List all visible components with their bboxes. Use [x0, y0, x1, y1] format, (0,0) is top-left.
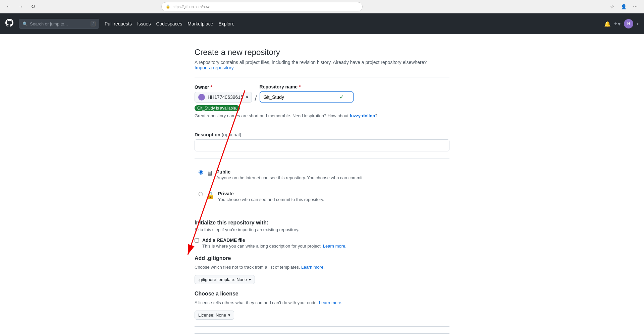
- owner-avatar: [198, 94, 205, 100]
- nav-marketplace[interactable]: Marketplace: [187, 21, 213, 26]
- public-option: 🖥 Public Anyone on the internet can see …: [195, 165, 449, 184]
- readme-content: Add a README file This is where you can …: [202, 238, 449, 249]
- license-title: Choose a license: [195, 291, 449, 297]
- nav-explore[interactable]: Explore: [219, 21, 234, 26]
- owner-required: *: [210, 84, 212, 90]
- subtitle-text: A repository contains all project files,…: [195, 60, 427, 65]
- search-placeholder: Search or jump to...: [30, 21, 68, 26]
- license-dropdown-label: License: None: [198, 313, 226, 318]
- readme-learn-more[interactable]: Learn more.: [323, 244, 346, 249]
- init-section: Initialize this repository with: Skip th…: [195, 220, 449, 249]
- gitignore-title: Add .gitignore: [195, 255, 449, 261]
- check-icon: ✓: [339, 94, 344, 100]
- repo-name-field[interactable]: [264, 94, 337, 100]
- divider-4: [195, 213, 449, 213]
- visibility-section: 🖥 Public Anyone on the internet can see …: [195, 165, 449, 206]
- readme-label: Add a README file: [202, 238, 449, 243]
- gitignore-dropdown[interactable]: .gitignore template: None ▾: [195, 275, 255, 284]
- license-dropdown[interactable]: License: None ▾: [195, 311, 234, 320]
- description-group: Description (optional): [195, 132, 449, 151]
- private-option: 🔒 Private You choose who can see and com…: [195, 187, 449, 206]
- gitignore-chevron: ▾: [249, 277, 251, 282]
- init-title: Initialize this repository with:: [195, 220, 449, 226]
- init-subtitle: Skip this step if you're importing an ex…: [195, 227, 449, 232]
- gitignore-learn-more[interactable]: Learn more.: [301, 265, 325, 270]
- owner-chevron: ▾: [246, 94, 248, 100]
- availability-badge: Git_Study is available.: [195, 105, 240, 111]
- browser-actions: ☆ 👤 ⋯: [608, 2, 640, 11]
- public-label: Public: [216, 169, 445, 175]
- repo-name-input-wrapper: ✓: [260, 91, 354, 103]
- name-hint-row: Git_Study is available.: [195, 104, 449, 111]
- owner-repo-row: Owner * HH17740639615 ▾ / Repository nam…: [195, 84, 449, 103]
- description-input[interactable]: [195, 139, 449, 151]
- avatar-chevron: ▾: [637, 22, 639, 26]
- gitignore-group: Add .gitignore Choose which files not to…: [195, 255, 449, 284]
- page-title: Create a new repository: [195, 48, 449, 57]
- readme-checkbox[interactable]: [195, 238, 199, 243]
- description-label: Description (optional): [195, 132, 449, 137]
- repo-name-group: Repository name * ✓: [260, 84, 354, 103]
- nav-codespaces[interactable]: Codespaces: [156, 21, 182, 26]
- github-logo[interactable]: [5, 19, 13, 29]
- nav-links: Pull requests Issues Codespaces Marketpl…: [105, 21, 234, 26]
- readme-option: Add a README file This is where you can …: [195, 238, 449, 249]
- private-desc: You choose who can see and commit to thi…: [218, 197, 445, 202]
- divider-3: [195, 158, 449, 158]
- owner-value: HH17740639615: [208, 94, 243, 100]
- user-avatar[interactable]: H: [624, 19, 633, 28]
- readme-desc: This is where you can write a long descr…: [202, 244, 449, 249]
- repo-required: *: [299, 84, 301, 89]
- main-content: Create a new repository A repository con…: [188, 48, 456, 335]
- url-text: https://github.com/new: [172, 5, 209, 9]
- private-radio[interactable]: [199, 192, 203, 196]
- slash-separator: /: [255, 94, 257, 103]
- search-box[interactable]: 🔍 Search or jump to... /: [19, 19, 99, 29]
- forward-button[interactable]: →: [16, 2, 25, 11]
- private-content: Private You choose who can see and commi…: [218, 191, 445, 202]
- nav-pull-requests[interactable]: Pull requests: [105, 21, 132, 26]
- owner-group: Owner * HH17740639615 ▾: [195, 84, 252, 103]
- search-icon: 🔍: [22, 21, 28, 26]
- notifications-button[interactable]: 🔔: [604, 21, 611, 27]
- back-button[interactable]: ←: [4, 2, 13, 11]
- lock-icon: 🔒: [166, 4, 170, 9]
- navbar-right: 🔔 + ▾ H ▾: [604, 19, 639, 28]
- license-group: Choose a license A license tells others …: [195, 291, 449, 320]
- license-chevron: ▾: [228, 313, 230, 318]
- gitignore-desc: Choose which files not to track from a l…: [195, 265, 449, 270]
- nav-issues[interactable]: Issues: [137, 21, 151, 26]
- plus-icon: +: [614, 21, 617, 27]
- license-learn-more[interactable]: Learn more.: [319, 300, 342, 305]
- profile-button[interactable]: 👤: [619, 2, 629, 11]
- gitignore-dropdown-label: .gitignore template: None: [198, 277, 247, 282]
- address-bar[interactable]: 🔒 https://github.com/new: [161, 2, 363, 11]
- divider-5: [195, 326, 449, 327]
- divider-1: [195, 77, 449, 77]
- public-desc: Anyone on the internet can see this repo…: [216, 175, 445, 180]
- repo-name-label: Repository name *: [260, 84, 354, 89]
- optional-label: (optional): [222, 132, 241, 137]
- owner-select[interactable]: HH17740639615 ▾: [195, 92, 252, 103]
- plus-chevron: ▾: [618, 21, 621, 27]
- search-slash: /: [91, 21, 96, 26]
- public-radio[interactable]: [199, 170, 203, 175]
- github-navbar: 🔍 Search or jump to... / Pull requests I…: [0, 13, 644, 34]
- public-icon: 🖥: [206, 170, 213, 177]
- fuzzy-link[interactable]: fuzzy-dollop: [350, 113, 375, 118]
- extensions-button[interactable]: ☆: [608, 2, 617, 11]
- info-row: ⓘ You are creating a public repository i…: [195, 333, 449, 335]
- more-button[interactable]: ⋯: [631, 2, 640, 11]
- public-content: Public Anyone on the internet can see th…: [216, 169, 445, 180]
- new-button[interactable]: + ▾: [614, 21, 621, 27]
- page-subtitle: A repository contains all project files,…: [195, 60, 449, 70]
- name-hint: Great repository names are short and mem…: [195, 113, 449, 118]
- browser-chrome: ← → ↻ 🔒 https://github.com/new ☆ 👤 ⋯: [0, 0, 644, 13]
- private-icon: 🔒: [206, 191, 215, 199]
- import-link[interactable]: Import a repository.: [195, 65, 235, 70]
- license-desc: A license tells others what they can and…: [195, 300, 449, 305]
- divider-2: [195, 125, 449, 125]
- private-label: Private: [218, 191, 445, 196]
- refresh-button[interactable]: ↻: [28, 2, 38, 11]
- owner-label: Owner *: [195, 84, 252, 90]
